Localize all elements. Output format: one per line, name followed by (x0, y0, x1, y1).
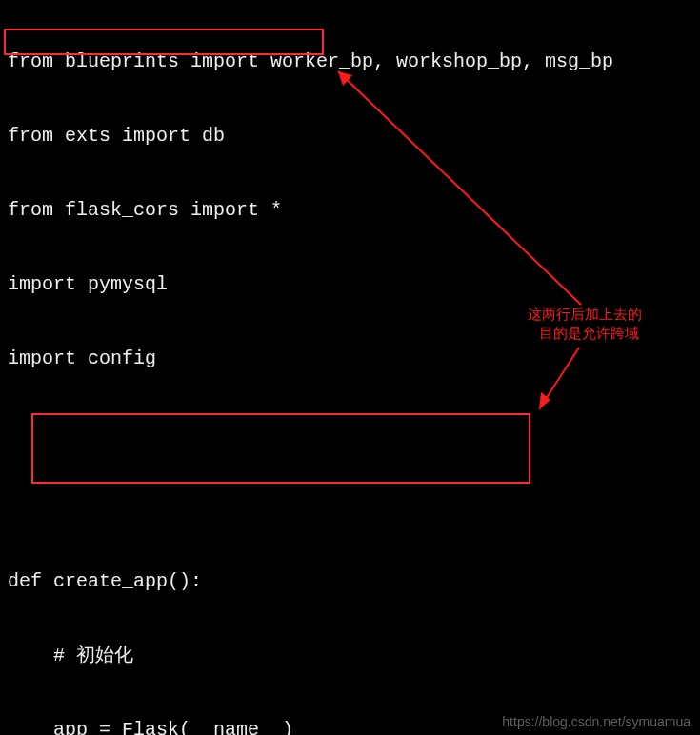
code-line (8, 495, 692, 520)
annotation-text: 这两行后加上去的 目的是允许跨域 (528, 305, 642, 343)
code-line: from flask_cors import * (8, 198, 692, 223)
code-line: def create_app(): (8, 569, 692, 594)
annotation-line: 目的是允许跨域 (528, 324, 642, 343)
code-block: from blueprints import worker_bp, worksh… (0, 0, 700, 735)
watermark: https://blog.csdn.net/symuamua (502, 714, 690, 729)
code-line: # 初始化 (8, 644, 692, 668)
code-line: from exts import db (8, 124, 692, 149)
code-line (8, 421, 692, 446)
code-line: import config (8, 347, 692, 371)
code-line: from blueprints import worker_bp, worksh… (8, 50, 692, 74)
annotation-line: 这两行后加上去的 (528, 305, 642, 324)
code-line: import pymysql (8, 272, 692, 297)
